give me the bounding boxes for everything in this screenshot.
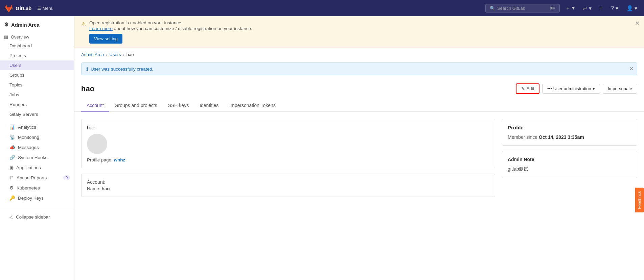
search-icon: 🔍 <box>490 6 495 11</box>
edit-icon: ✎ <box>521 86 525 91</box>
sidebar-item-messages[interactable]: 📣 Messages <box>0 142 74 152</box>
breadcrumb: Admin Area › Users › hao <box>74 48 644 60</box>
messages-icon: 📣 <box>9 145 15 150</box>
plus-button[interactable]: ＋ ▾ <box>562 3 577 13</box>
gitlab-wordmark: GitLab <box>16 5 32 11</box>
sidebar-item-topics[interactable]: Topics <box>0 80 74 90</box>
sidebar-item-gitaly-servers[interactable]: Gitaly Servers <box>0 109 74 119</box>
member-date: Oct 14, 2023 3:35am <box>539 134 584 140</box>
member-since: Member since Oct 14, 2023 3:35am <box>508 134 631 140</box>
breadcrumb-users[interactable]: Users <box>110 52 121 57</box>
tab-groups-projects[interactable]: Groups and projects <box>109 99 163 112</box>
profile-title: Profile <box>508 125 631 130</box>
sidebar-item-applications[interactable]: ◉ Applications <box>0 162 74 173</box>
username-display: hao <box>87 125 489 130</box>
tab-impersonation-tokens[interactable]: Impersonation Tokens <box>224 99 281 112</box>
tab-account[interactable]: Account <box>81 99 109 112</box>
chevron-down-icon: ▾ <box>593 86 595 91</box>
kubernetes-icon: ⚙ <box>9 185 14 190</box>
sidebar-item-analytics[interactable]: 📊 Analytics <box>0 122 74 132</box>
account-label: Account: <box>87 179 489 185</box>
abuse-badge: 0 <box>63 175 70 180</box>
user-actions: ✎ Edit ••• User administration ▾ Imperso… <box>516 83 637 94</box>
learn-more-link[interactable]: Learn more <box>89 26 113 31</box>
feedback-button[interactable]: Feedback <box>635 188 644 212</box>
warning-icon: ⚠ <box>81 21 86 27</box>
overview-section: ▦ Overview Dashboard Projects Users Grou… <box>0 30 74 121</box>
edit-button[interactable]: ✎ Edit <box>516 83 539 94</box>
user-card: hao Profile page: wnhz <box>81 119 495 168</box>
hooks-icon: 🔗 <box>9 155 15 160</box>
search-bar[interactable]: 🔍 Search GitLab ⌘K <box>485 4 560 12</box>
warning-close-button[interactable]: ✕ <box>635 20 640 27</box>
admin-section: 📊 Analytics 📡 Monitoring 📣 Messages 🔗 Sy… <box>0 121 74 204</box>
user-administration-button[interactable]: ••• User administration ▾ <box>542 84 600 94</box>
profile-page-info: Profile page: wnhz <box>87 157 489 162</box>
overview-icon: ▦ <box>4 34 8 40</box>
sidebar-item-kubernetes[interactable]: ⚙ Kubernetes <box>0 183 74 193</box>
sidebar-header: ⚙ Admin Area <box>0 16 74 30</box>
abuse-icon: ⚐ <box>9 175 14 180</box>
analytics-icon: 📊 <box>9 124 15 130</box>
user-header: hao ✎ Edit ••• User administration ▾ Imp… <box>74 81 644 99</box>
sidebar-item-dashboard[interactable]: Dashboard <box>0 41 74 51</box>
warning-banner: ⚠ Open registration is enabled on your i… <box>74 16 644 48</box>
page-layout: ⚙ Admin Area ▦ Overview Dashboard Projec… <box>0 16 644 280</box>
dots-icon: ••• <box>547 86 552 91</box>
content-right: Profile Member since Oct 14, 2023 3:35am… <box>502 119 637 197</box>
banner-subtext: Learn more about how you can customize /… <box>89 26 252 31</box>
sidebar-item-deploy-keys[interactable]: 🔑 Deploy Keys <box>0 193 74 203</box>
info-icon: ℹ <box>86 66 88 72</box>
user-name: hao <box>81 84 94 93</box>
gitlab-logo[interactable]: GitLab <box>4 3 32 13</box>
admin-note-card: Admin Note gitlab测试 <box>502 151 637 178</box>
sidebar-item-users[interactable]: Users <box>0 60 74 70</box>
hamburger-icon: ☰ <box>37 6 41 11</box>
name-row: Name: hao <box>87 186 489 191</box>
breadcrumb-current: hao <box>127 52 134 57</box>
avatar <box>87 134 107 154</box>
help-button[interactable]: ? ▾ <box>608 4 621 13</box>
tabs: Account Groups and projects SSH keys Ide… <box>74 99 644 112</box>
content-area: hao Profile page: wnhz Account: Name: ha… <box>74 112 644 204</box>
tab-identities[interactable]: Identities <box>194 99 224 112</box>
breadcrumb-sep-1: › <box>106 52 107 57</box>
sidebar-item-abuse-reports[interactable]: ⚐ Abuse Reports 0 <box>0 173 74 183</box>
main-content: ⚠ Open registration is enabled on your i… <box>74 16 644 280</box>
success-banner: ℹ User was successfully created. ✕ <box>81 62 637 75</box>
account-card: Account: Name: hao <box>81 174 495 197</box>
sidebar-item-groups[interactable]: Groups <box>0 70 74 80</box>
sidebar: ⚙ Admin Area ▦ Overview Dashboard Projec… <box>0 16 74 280</box>
applications-icon: ◉ <box>9 165 14 170</box>
menu-button[interactable]: ☰ Menu <box>34 4 56 12</box>
overview-section-header: ▦ Overview <box>0 32 74 41</box>
impersonate-button[interactable]: Impersonate <box>603 84 637 94</box>
profile-page-link[interactable]: wnhz <box>114 157 125 162</box>
sidebar-item-system-hooks[interactable]: 🔗 System Hooks <box>0 152 74 162</box>
user-avatar-button[interactable]: 👤 ▾ <box>624 4 640 13</box>
sidebar-item-jobs[interactable]: Jobs <box>0 90 74 100</box>
tab-ssh-keys[interactable]: SSH keys <box>163 99 194 112</box>
profile-card: Profile Member since Oct 14, 2023 3:35am <box>502 119 637 146</box>
issues-button[interactable]: ≡ <box>597 4 605 12</box>
admin-icon: ⚙ <box>4 22 8 28</box>
collapse-sidebar[interactable]: ◁ Collapse sidebar <box>0 210 74 222</box>
view-setting-button[interactable]: View setting <box>89 34 122 44</box>
success-close-button[interactable]: ✕ <box>629 66 634 72</box>
account-name: hao <box>102 186 110 191</box>
top-navigation: GitLab ☰ Menu 🔍 Search GitLab ⌘K ＋ ▾ ⇌ ▾… <box>0 0 644 16</box>
sidebar-item-monitoring[interactable]: 📡 Monitoring <box>0 132 74 142</box>
banner-content: Open registration is enabled on your ins… <box>89 20 252 44</box>
key-icon: 🔑 <box>9 195 15 201</box>
collapse-icon: ◁ <box>9 214 13 220</box>
admin-note-title: Admin Note <box>508 157 631 162</box>
breadcrumb-admin-area[interactable]: Admin Area <box>81 52 104 57</box>
sidebar-item-runners[interactable]: Runners <box>0 100 74 109</box>
content-left: hao Profile page: wnhz Account: Name: ha… <box>81 119 495 197</box>
monitoring-icon: 📡 <box>9 134 15 140</box>
sidebar-item-projects[interactable]: Projects <box>0 51 74 60</box>
admin-note-content: gitlab测试 <box>508 166 631 172</box>
merge-request-button[interactable]: ⇌ ▾ <box>580 4 594 13</box>
breadcrumb-sep-2: › <box>123 52 124 57</box>
